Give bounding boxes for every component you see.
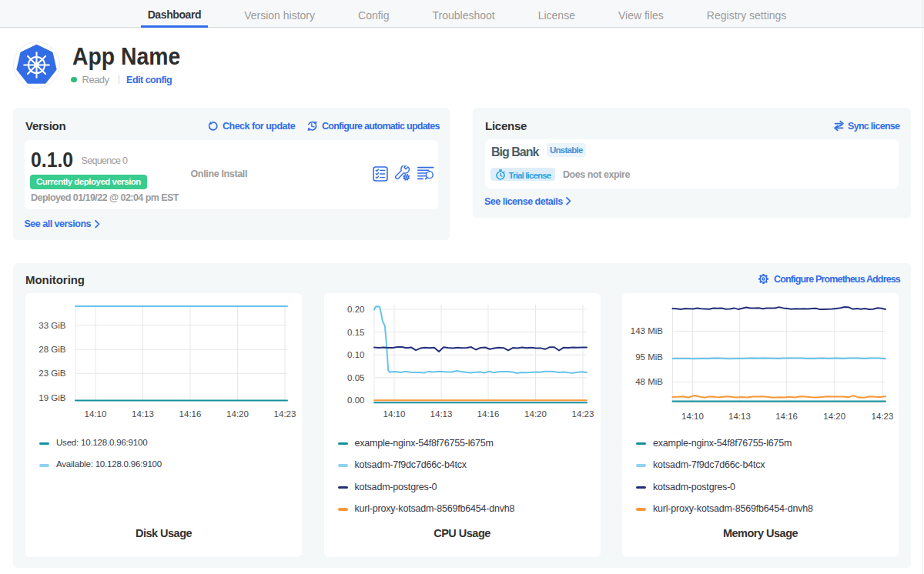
svg-text:19 GiB: 19 GiB — [38, 393, 65, 402]
svg-text:14:16: 14:16 — [179, 409, 202, 419]
svg-text:0.20: 0.20 — [347, 305, 364, 314]
svg-text:14:10: 14:10 — [85, 409, 107, 419]
svg-text:23 GiB: 23 GiB — [38, 369, 65, 378]
svg-text:0.05: 0.05 — [347, 373, 364, 382]
svg-text:14:13: 14:13 — [430, 409, 452, 419]
svg-text:14:20: 14:20 — [524, 409, 547, 419]
svg-text:28 GiB: 28 GiB — [38, 345, 65, 354]
svg-text:14:20: 14:20 — [226, 409, 249, 419]
svg-text:14:13: 14:13 — [132, 409, 154, 419]
svg-text:0.15: 0.15 — [347, 328, 364, 337]
svg-text:14:13: 14:13 — [728, 412, 751, 421]
svg-text:33 GiB: 33 GiB — [38, 321, 65, 330]
svg-text:14:23: 14:23 — [872, 412, 894, 421]
svg-text:14:23: 14:23 — [274, 409, 296, 419]
svg-text:0.10: 0.10 — [347, 350, 364, 359]
svg-text:95 MiB: 95 MiB — [635, 352, 663, 362]
svg-text:143 MiB: 143 MiB — [631, 326, 664, 335]
svg-text:14:16: 14:16 — [477, 409, 499, 419]
svg-text:14:16: 14:16 — [775, 412, 798, 421]
svg-text:14:20: 14:20 — [823, 412, 845, 421]
svg-text:0.00: 0.00 — [347, 395, 364, 405]
svg-text:14:10: 14:10 — [383, 409, 405, 419]
svg-text:14:10: 14:10 — [681, 412, 704, 421]
svg-text:48 MiB: 48 MiB — [635, 377, 663, 386]
svg-text:14:23: 14:23 — [571, 409, 594, 419]
